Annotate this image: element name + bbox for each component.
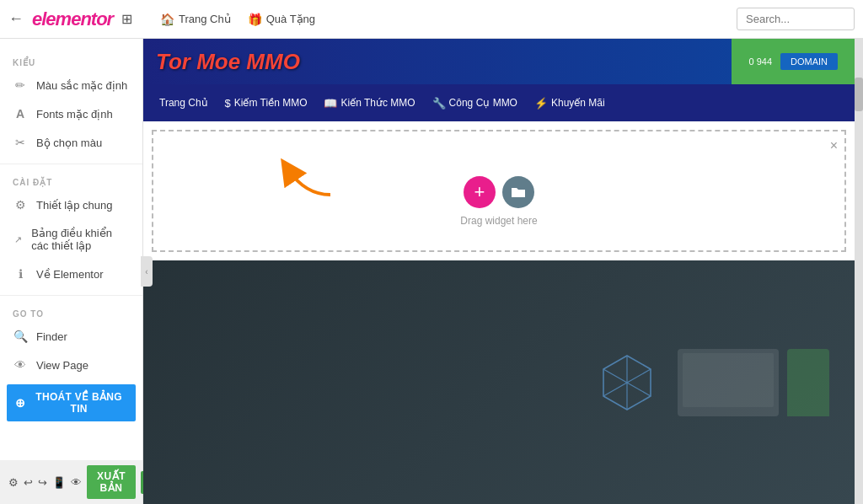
sidebar-item-view-page[interactable]: 👁 View Page [0, 351, 142, 379]
site-nav-kien-thuc-label: Kiến Thức MMO [340, 97, 415, 109]
site-nav-trang-chu[interactable]: Trang Chủ [156, 97, 208, 109]
domain-badge: DOMAIN [780, 53, 838, 70]
dollar-icon: $ [225, 97, 231, 110]
folder-icon [511, 186, 526, 198]
sidebar-item-bang-dieu-khien[interactable]: ↗ Bảng điều khiển các thiết lập [0, 219, 142, 260]
gift-icon: 🎁 [248, 13, 262, 26]
exit-button-label: THOÁT VỀ BẢNG TIN [30, 391, 127, 415]
top-nav: 🏠 Trang Chủ 🎁 Quà Tặng [152, 13, 737, 26]
home-icon: 🏠 [160, 13, 174, 26]
site-nav-kiem-tien[interactable]: $ Kiếm Tiền MMO [225, 97, 308, 110]
caidat-section-label: CÀI ĐẶT [0, 171, 142, 190]
site-nav-khuyen-mai-label: Khuyến Mãi [551, 97, 605, 109]
header-green-section: 0 944 DOMAIN [732, 39, 855, 84]
forward-icon[interactable]: ↪ [38, 472, 47, 492]
font-icon: A [13, 107, 28, 121]
svg-line-3 [627, 369, 651, 383]
top-bar-left: ← elementor ⊞ [8, 8, 152, 30]
settings-bottom-icon[interactable]: ⚙ [8, 472, 19, 492]
canvas-area: Tor Moe MMO 0 944 DOMAIN Trang Chủ $ Kiế… [143, 39, 855, 504]
widget-buttons: + [464, 176, 534, 208]
search-input[interactable] [737, 8, 855, 30]
site-image-header: Tor Moe MMO 0 944 DOMAIN [143, 39, 855, 84]
collapse-handle[interactable]: ‹ [141, 256, 153, 287]
sidebar-item-ve-elementor[interactable]: ℹ Về Elementor [0, 260, 142, 288]
sidebar-item-fonts-label: Fonts mặc định [36, 108, 113, 121]
sidebar-item-finder-label: Finder [36, 330, 67, 343]
lightning-icon: ⚡ [534, 97, 548, 110]
back-icon[interactable]: ← [8, 10, 24, 28]
arrow-indicator [271, 157, 339, 202]
right-scrollbar[interactable] [855, 39, 863, 504]
site-nav-cong-cu[interactable]: 🔧 Công Cụ MMO [432, 97, 517, 110]
widget-drag-text: Drag widget here [460, 215, 537, 227]
cube-wireframe-icon [593, 349, 661, 416]
wordpress-icon: ⊕ [15, 396, 25, 410]
sidebar-item-thiet-lap-chung[interactable]: ⚙ Thiết lập chung [0, 190, 142, 219]
site-dark-section [143, 260, 855, 504]
nav-qua-tang-label: Quà Tặng [266, 13, 315, 25]
exit-button[interactable]: ⊕ THOÁT VỀ BẢNG TIN [7, 384, 136, 421]
sidebar-item-finder[interactable]: 🔍 Finder [0, 322, 142, 351]
svg-line-4 [603, 369, 627, 383]
sidebar-item-ve-elementor-label: Về Elementor [36, 268, 104, 281]
sidebar-item-bang-dieu-khien-label: Bảng điều khiển các thiết lập [31, 227, 130, 252]
elementor-logo: elementor [32, 8, 113, 30]
website-preview: Tor Moe MMO 0 944 DOMAIN Trang Chủ $ Kiế… [143, 39, 855, 504]
info-icon: ℹ [13, 267, 28, 281]
site-nav-trang-chu-label: Trang Chủ [159, 97, 208, 109]
scrollbar-thumb [855, 78, 863, 111]
eye-icon: 👁 [13, 358, 28, 372]
grid-icon[interactable]: ⊞ [121, 11, 132, 27]
sidebar-item-bo-chon-mau[interactable]: ✂ Bộ chọn màu [0, 128, 142, 157]
nav-trang-chu[interactable]: 🏠 Trang Chủ [160, 13, 231, 26]
nav-trang-chu-label: Trang Chủ [179, 13, 231, 25]
widget-folder-button[interactable] [502, 176, 534, 208]
site-nav-khuyen-mai[interactable]: ⚡ Khuyến Mãi [534, 97, 605, 110]
site-nav-kiem-tien-label: Kiếm Tiền MMO [234, 97, 308, 109]
goto-section-label: GO TO [0, 303, 142, 322]
header-phone: 0 944 [748, 56, 772, 67]
search-icon: 🔍 [13, 330, 28, 343]
sidebar-item-mau-sac[interactable]: ✏ Màu sắc mặc định [0, 71, 142, 99]
widget-drop-area: × + Drag widget here [152, 130, 846, 252]
top-bar: ← elementor ⊞ 🏠 Trang Chủ 🎁 Quà Tặng [0, 0, 863, 39]
main-layout: KIỂU ✏ Màu sắc mặc định A Fonts mặc định… [0, 39, 863, 504]
site-nav-kien-thuc[interactable]: 📖 Kiến Thức MMO [324, 97, 415, 110]
sidebar-item-mau-sac-label: Màu sắc mặc định [36, 79, 127, 92]
sidebar-item-bo-chon-mau-label: Bộ chọn màu [36, 137, 102, 149]
arrow-svg [271, 157, 339, 199]
kieu-section-label: KIỂU [0, 51, 142, 71]
eye-preview-icon[interactable]: 👁 [71, 472, 82, 492]
pencil-icon: ✏ [13, 78, 28, 92]
site-nav: Trang Chủ $ Kiếm Tiền MMO 📖 Kiến Thức MM… [143, 84, 855, 121]
widget-add-button[interactable]: + [464, 176, 496, 208]
svg-line-7 [603, 383, 627, 396]
search-box [737, 8, 855, 30]
external-link-icon: ↗ [13, 234, 23, 245]
close-widget-button[interactable]: × [830, 138, 838, 153]
eyedropper-icon: ✂ [13, 136, 28, 149]
sidebar: KIỂU ✏ Màu sắc mặc định A Fonts mặc định… [0, 39, 143, 504]
sidebar-item-thiet-lap-label: Thiết lập chung [36, 199, 112, 212]
bottom-bar: ⚙ ↩ ↪ 📱 👁 XUẤT BẢN ▲ [0, 460, 142, 504]
nav-qua-tang[interactable]: 🎁 Quà Tặng [248, 13, 315, 26]
svg-line-6 [627, 383, 651, 396]
site-nav-cong-cu-label: Công Cụ MMO [449, 97, 517, 109]
site-logo-text: Tor Moe MMO [143, 49, 300, 75]
publish-button[interactable]: XUẤT BẢN [87, 465, 136, 499]
widget-controls: + Drag widget here [460, 131, 537, 250]
tool-icon: 🔧 [432, 97, 446, 110]
history-icon[interactable]: ↩ [24, 472, 33, 492]
mobile-icon[interactable]: 📱 [52, 472, 66, 492]
sidebar-item-fonts[interactable]: A Fonts mặc định [0, 99, 142, 128]
settings-icon: ⚙ [13, 198, 28, 212]
sidebar-item-view-page-label: View Page [36, 359, 88, 372]
book-icon: 📖 [324, 97, 337, 110]
